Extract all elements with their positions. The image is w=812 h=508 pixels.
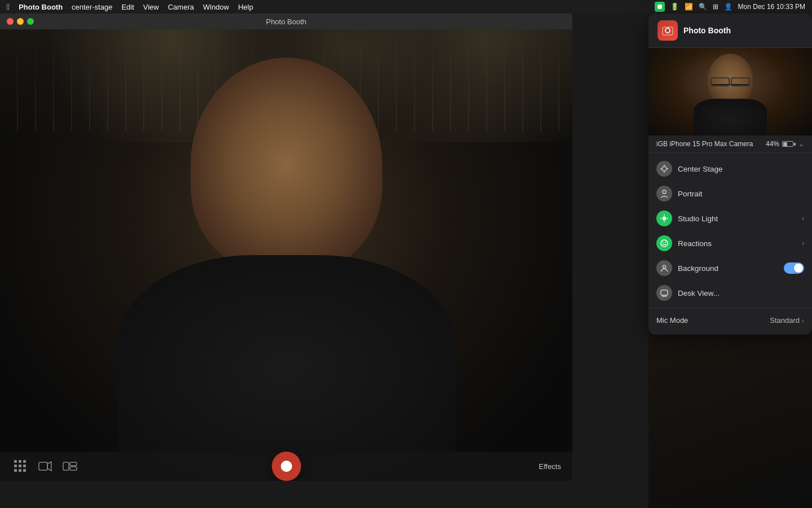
battery-icon	[782, 141, 796, 147]
portrait-icon-svg	[660, 189, 669, 198]
window-menu[interactable]: Window	[203, 3, 229, 11]
svg-point-7	[666, 29, 669, 32]
reactions-icon-svg	[660, 239, 669, 248]
menu-item-studio-light[interactable]: Studio Light ›	[648, 206, 812, 231]
desk-view-label: Desk View...	[678, 289, 720, 297]
background-toggle-knob	[794, 264, 803, 273]
titlebar: Photo Booth	[0, 14, 572, 29]
traffic-lights	[7, 18, 34, 25]
svg-point-20	[663, 242, 664, 243]
record-button[interactable]	[272, 452, 301, 481]
device-name: iGB iPhone 15 Pro Max Camera	[656, 140, 753, 148]
camera-view: Effects	[0, 29, 572, 481]
menu-item-background-left: Background	[656, 260, 718, 276]
menu-item-background[interactable]: Background	[648, 256, 812, 281]
window-title: Photo Booth	[266, 17, 307, 26]
mic-mode-value: Standard ›	[770, 316, 804, 325]
camera-background	[0, 29, 572, 481]
controls-menubar[interactable]: ⊞	[713, 3, 718, 11]
mic-mode-label: Mic Mode	[656, 316, 688, 325]
battery-nub	[794, 143, 796, 146]
preview-person	[685, 48, 775, 135]
menubar-left:  Photo Booth center-stage Edit View Cam…	[7, 2, 253, 11]
background-icon-svg	[660, 264, 669, 273]
person-silhouette	[89, 41, 484, 481]
menu-item-center-stage-left: Center Stage	[656, 161, 723, 177]
background-label: Background	[678, 264, 718, 273]
maximize-button[interactable]	[27, 18, 34, 25]
svg-rect-3	[70, 462, 77, 466]
svg-rect-2	[63, 462, 69, 470]
svg-point-22	[663, 265, 666, 268]
file-menu[interactable]: center-stage	[72, 3, 112, 11]
desk-view-icon	[656, 285, 672, 301]
body	[117, 255, 456, 481]
battery-fill	[783, 142, 787, 146]
battery-body	[782, 141, 793, 147]
center-stage-label: Center Stage	[678, 165, 723, 173]
grid-view-button[interactable]	[11, 459, 29, 473]
svg-rect-0	[39, 462, 47, 470]
edit-menu[interactable]: Edit	[121, 3, 134, 11]
menu-item-center-stage[interactable]: Center Stage	[648, 156, 812, 181]
svg-point-19	[661, 240, 668, 247]
center-stage-icon-svg	[660, 164, 669, 173]
right-panel-bottom	[648, 316, 812, 508]
menu-item-reactions-left: Reactions	[656, 235, 712, 251]
studio-light-icon-svg	[660, 214, 669, 223]
menu-item-desk-view-left: Desk View...	[656, 285, 720, 301]
battery-percent: 44%	[766, 140, 779, 148]
photobooth-app-icon	[657, 20, 678, 41]
menu-item-background-right	[784, 262, 804, 274]
menubar-right: 🔋 📶 🔍 ⊞ 👤 Mon Dec 16 10:33 PM	[655, 2, 805, 12]
preview-body	[694, 99, 767, 135]
popup-header-title: Photo Booth	[683, 26, 731, 35]
close-button[interactable]	[7, 18, 14, 25]
effects-label[interactable]: Effects	[539, 462, 561, 471]
background-icon	[656, 260, 672, 276]
app-name-menu[interactable]: Photo Booth	[19, 3, 63, 11]
user-menubar: 👤	[724, 3, 732, 11]
device-chevron-down-icon[interactable]: ⌄	[798, 140, 804, 148]
preview-glasses	[710, 77, 750, 85]
svg-rect-23	[661, 290, 668, 295]
help-menu[interactable]: Help	[238, 3, 253, 11]
mic-mode-current: Standard	[770, 316, 800, 325]
studio-light-icon	[656, 211, 672, 226]
popup-panel: Photo Booth iGB iPhone 15 Pro Max Camera…	[648, 14, 812, 335]
popup-header: Photo Booth	[648, 14, 812, 48]
menu-item-desk-view[interactable]: Desk View...	[648, 281, 812, 305]
mic-mode-chevron-icon: ›	[802, 317, 804, 325]
device-battery: 44% ⌄	[766, 140, 804, 148]
effects-label-container: Effects	[539, 461, 561, 471]
portrait-icon	[656, 186, 672, 202]
preview-face	[708, 54, 753, 104]
reactions-icon	[656, 235, 672, 251]
camera-menu[interactable]: Camera	[168, 3, 194, 11]
menu-item-portrait[interactable]: Portrait	[648, 181, 812, 206]
record-indicator-menubar	[655, 2, 665, 12]
right-bottom-preview	[648, 316, 812, 508]
apple-menu[interactable]: 	[7, 2, 10, 11]
video-button[interactable]	[36, 459, 54, 473]
reactions-chevron-icon: ›	[802, 239, 804, 247]
video-icon	[38, 461, 52, 471]
menubar:  Photo Booth center-stage Edit View Cam…	[0, 0, 812, 14]
mic-mode-row[interactable]: Mic Mode Standard ›	[648, 310, 812, 331]
record-button-inner	[281, 461, 292, 472]
svg-point-13	[663, 190, 666, 194]
effect-button[interactable]	[61, 459, 79, 473]
studio-light-chevron-icon: ›	[802, 214, 804, 222]
bottom-bar: Effects	[0, 452, 572, 481]
desk-view-icon-svg	[660, 288, 669, 297]
menu-item-reactions[interactable]: Reactions ›	[648, 231, 812, 256]
wifi-menubar: 📶	[685, 3, 693, 11]
minimize-button[interactable]	[17, 18, 24, 25]
menu-item-reactions-right: ›	[802, 239, 804, 247]
svg-point-8	[662, 167, 667, 171]
popup-camera-preview	[648, 48, 812, 135]
search-menubar[interactable]: 🔍	[699, 3, 707, 11]
record-button-container	[272, 452, 301, 481]
background-toggle[interactable]	[784, 262, 804, 274]
view-menu[interactable]: View	[143, 3, 159, 11]
